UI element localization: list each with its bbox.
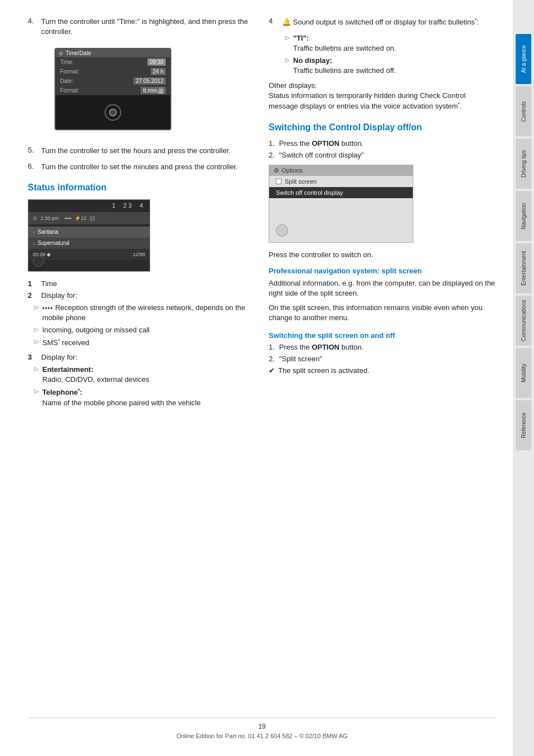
label-3: 3 Display for: <box>28 353 255 361</box>
step-5-num: 5. <box>28 146 38 156</box>
status-bottom-bar: 00:08 ◆ 12/99 <box>28 249 150 260</box>
options-titlebar: ⚙ Options <box>269 165 413 176</box>
step-6-num: 6. <box>28 162 38 172</box>
step-4-num: 4. <box>28 17 38 37</box>
label-2c: ▷ SMS* received <box>28 337 255 348</box>
screen-row-time: Time: 09:30 <box>56 57 170 67</box>
pro-nav-heading: Professional navigation system: split sc… <box>269 267 496 275</box>
step-4r-text: 🔔 Sound output is switched off or displa… <box>282 17 479 28</box>
control-display-heading: Switching the Control Display off/on <box>269 122 496 134</box>
label-2a: ▷ ▪▪▪▪ Reception strength of the wireles… <box>28 303 255 323</box>
options-screen: ⚙ Options Split screen Switch off contro… <box>269 165 413 243</box>
label-3a: ▷ Entertainment:Radio, CD/DVD, external … <box>28 365 255 385</box>
control-step-2: 2. "Switch off control display" <box>269 151 496 159</box>
press-controller-text: Press the controller to switch on. <box>269 251 496 259</box>
no-display-item: ▷ No display:Traffic bulletins are switc… <box>279 56 496 76</box>
step-4-text: Turn the controller until "Time:" is hig… <box>41 17 255 37</box>
time-date-screen: ⊙ Time/Date Time: 09:30 Format: 24 h <box>55 48 171 130</box>
pro-nav-text2: On the split screen, this information re… <box>269 303 496 323</box>
status-information-heading: Status information <box>28 182 255 194</box>
tab-mobility[interactable]: Mobility <box>516 348 531 398</box>
step-5: 5. Turn the controller to set the hours … <box>28 146 255 156</box>
split-screen-item: Split screen <box>269 176 413 187</box>
step-4-left: 4. Turn the controller until "Time:" is … <box>28 17 255 37</box>
step-6: 6. Turn the controller to set the minute… <box>28 162 255 172</box>
label-2b: ▷ Incoming, outgoing or missed call <box>28 325 255 335</box>
switch-off-item: Switch off control display <box>269 187 413 198</box>
screen-row-date: Date: 27.05.2012 <box>56 76 170 86</box>
step-4r-num: 4 <box>269 17 279 28</box>
split-step-1: 1. Press the OPTION button. <box>269 343 496 351</box>
screen-row-format2: Format: tt.mm.jjjj <box>56 86 170 95</box>
split-screen-heading: Switching the split screen on and off <box>269 331 496 340</box>
screen-row-format1: Format: 24 h <box>56 67 170 76</box>
tab-at-a-glance[interactable]: At a glance <box>516 34 531 84</box>
ti-item: ▷ "TI":Traffic bulletins are switched on… <box>279 33 496 53</box>
song-row-1: ♪ Santana <box>28 227 150 238</box>
screen-titlebar: ⊙ Time/Date <box>56 49 170 57</box>
other-displays-text: Status information is temporarily hidden… <box>269 91 496 112</box>
other-displays-section: Other displays: Status information is te… <box>269 81 496 112</box>
tab-navigation[interactable]: Navigation <box>516 191 531 241</box>
split-step-2: 2. "Split screen" <box>269 355 496 363</box>
footer-text: Online Edition for Part no. 01 41 2 604 … <box>28 733 496 739</box>
tab-entertainment[interactable]: Entertainment <box>516 243 531 293</box>
step-5-text: Turn the controller to set the hours and… <box>41 146 231 156</box>
footer: 19 Online Edition for Part no. 01 41 2 6… <box>28 718 496 739</box>
tab-controls[interactable]: Controls <box>516 86 531 136</box>
status-bar: ⊙ 1:30 pm ▪▪▪▪ ⚡12 ▯▯ <box>28 212 150 224</box>
control-step-1: 1. Press the OPTION button. <box>269 139 496 148</box>
sidebar: At a glance Controls Driving tips Naviga… <box>513 0 534 756</box>
other-displays-label: Other displays: <box>269 81 496 90</box>
tab-reference[interactable]: Reference <box>516 400 531 450</box>
step-4-right: 4 🔔 Sound output is switched off or disp… <box>269 17 496 28</box>
pro-nav-text1: Additional information, e.g. from the co… <box>269 278 496 298</box>
check-item: ✔ The split screen is activated. <box>269 366 496 375</box>
label-2: 2 Display for: <box>28 291 255 300</box>
tab-driving-tips[interactable]: Driving tips <box>516 139 531 189</box>
page-number: 19 <box>28 723 496 730</box>
label-3b: ▷ Telephone*:Name of the mobile phone pa… <box>28 387 255 408</box>
step-6-text: Turn the controller to set the minutes a… <box>41 162 238 172</box>
song-row-2: ♪ Supernatural <box>28 238 150 249</box>
tab-communications[interactable]: Communications <box>516 296 531 346</box>
status-screen: 1 2 3 4 ⊙ 1:30 pm ▪▪▪▪ ⚡12 ▯▯ ♪ <box>28 199 150 272</box>
label-1: 1 Time <box>28 279 255 288</box>
